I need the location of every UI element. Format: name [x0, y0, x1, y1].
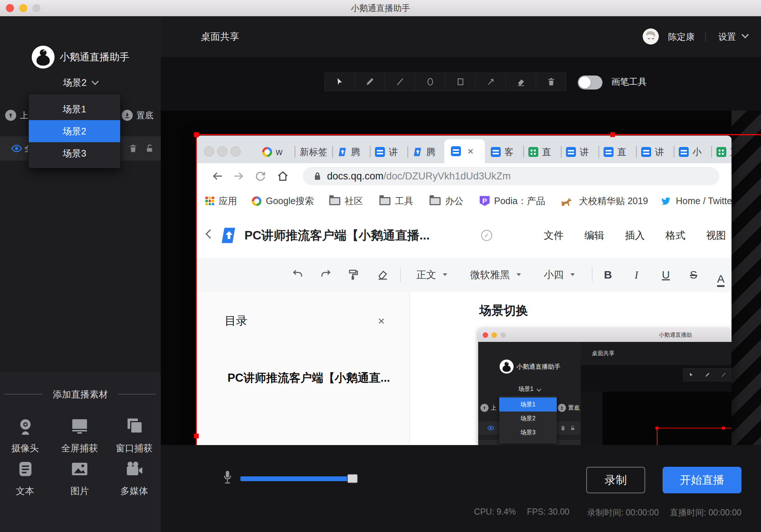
bookmark-community[interactable]: 社区	[329, 189, 363, 213]
multimedia-icon[interactable]	[125, 461, 143, 477]
pen-tool-button[interactable]	[355, 73, 385, 91]
bold-button[interactable]: B	[604, 258, 612, 291]
ellipse-tool-button[interactable]	[415, 73, 445, 91]
browser-tab[interactable]: 讲	[563, 141, 599, 163]
menu-insert[interactable]: 插入	[625, 214, 645, 257]
selection-top-border[interactable]	[196, 134, 761, 135]
bookmark-apps[interactable]: 应用	[205, 189, 237, 213]
green-sheet-icon	[716, 147, 726, 157]
home-icon[interactable]	[276, 169, 289, 183]
strikethrough-button[interactable]: S	[690, 258, 697, 291]
clear-trash-tool-button[interactable]	[536, 73, 566, 91]
scene-dropdown-item-2-selected[interactable]: 场景2	[29, 120, 120, 142]
font-size-select[interactable]: 小四	[544, 258, 575, 291]
material-camera-label[interactable]: 摄像头	[3, 442, 47, 454]
forward-icon[interactable]	[232, 169, 245, 183]
close-tab-icon[interactable]: ×	[468, 146, 473, 157]
back-icon[interactable]	[211, 169, 224, 183]
move-to-bottom-button[interactable]: 置底	[122, 107, 153, 124]
browser-tab[interactable]: 客	[488, 141, 524, 163]
underline-button[interactable]: U	[662, 258, 670, 291]
menu-view[interactable]: 视图	[706, 214, 726, 257]
brush-tool-toggle[interactable]	[578, 76, 602, 90]
settings-button[interactable]: 设置	[718, 16, 736, 57]
user-name[interactable]: 陈定康	[668, 16, 695, 57]
clear-format-eraser-icon[interactable]	[376, 268, 389, 281]
close-outline-icon[interactable]: ×	[378, 314, 385, 328]
paragraph-style-select[interactable]: 正文	[416, 258, 447, 291]
material-text-label[interactable]: 文本	[3, 485, 47, 497]
browser-tab[interactable]: 直	[601, 141, 637, 163]
apps-grid-icon	[205, 197, 214, 206]
settings-chevron-down-icon[interactable]	[741, 31, 749, 38]
eraser-tool-button[interactable]	[506, 73, 536, 91]
webcam-icon[interactable]	[17, 417, 34, 435]
outline-item[interactable]: PC讲师推流客户端【小鹅通直...	[227, 370, 393, 386]
line-tool-button[interactable]	[385, 73, 415, 91]
macos-titlebar: 小鹅通直播助手	[0, 0, 761, 17]
scene-dropdown-item-3[interactable]: 场景3	[29, 142, 120, 164]
selection-left-border[interactable]	[196, 134, 197, 445]
close-traffic-light-icon[interactable]	[6, 4, 14, 12]
start-live-button[interactable]: 开始直播	[663, 467, 741, 493]
fullscreen-capture-icon[interactable]	[71, 418, 88, 435]
mic-volume-knob[interactable]	[347, 474, 358, 483]
record-button[interactable]: 录制	[586, 467, 645, 493]
redo-icon[interactable]	[319, 268, 332, 281]
bookmark-dog-forum[interactable]: 犬校精华贴 2019	[560, 189, 648, 213]
avatar[interactable]	[643, 28, 659, 45]
microphone-icon[interactable]	[221, 470, 234, 485]
undo-icon[interactable]	[292, 268, 304, 281]
delete-trash-icon[interactable]	[128, 144, 138, 153]
cpu-stat: CPU: 9.4%	[474, 507, 516, 518]
back-chevron-icon[interactable]	[205, 229, 215, 238]
material-fullscreen-label[interactable]: 全屏捕获	[58, 442, 102, 454]
browser-tab[interactable]: 小	[676, 141, 712, 163]
bookmark-google[interactable]: Google搜索	[252, 189, 314, 213]
cursor-tool-button[interactable]	[324, 73, 355, 91]
browser-tab[interactable]: 直	[713, 141, 732, 163]
browser-tab[interactable]: 讲	[372, 141, 408, 163]
browser-tab[interactable]: 讲	[638, 141, 674, 163]
url-bar[interactable]: docs.qq.com/doc/DZURyVkh1dUd3UkZm	[303, 167, 719, 185]
material-image-label[interactable]: 图片	[58, 485, 102, 497]
move-up-label: 上	[20, 110, 28, 121]
menu-file[interactable]: 文件	[544, 214, 564, 257]
bookmark-office[interactable]: 办公	[430, 189, 463, 213]
selection-left-handle[interactable]	[194, 434, 199, 438]
visibility-eye-icon[interactable]	[10, 143, 23, 154]
bookmark-tools[interactable]: 工具	[379, 189, 413, 213]
selection-corner-handle[interactable]	[194, 132, 199, 137]
format-painter-icon[interactable]	[347, 268, 359, 281]
text-icon[interactable]	[17, 461, 34, 477]
material-window-label[interactable]: 窗口捕获	[112, 442, 156, 454]
scene-selector[interactable]: 场景2	[0, 72, 161, 93]
browser-tab[interactable]: 新标签	[297, 141, 333, 163]
arrow-up-circle-icon	[5, 110, 16, 121]
material-media-label[interactable]: 多媒体	[112, 485, 156, 497]
menu-edit[interactable]: 编辑	[584, 214, 604, 257]
annotation-toolbar: 画笔工具	[161, 57, 761, 111]
font-color-button[interactable]: A	[717, 263, 724, 287]
window-capture-icon[interactable]	[125, 417, 143, 435]
bookmark-podia[interactable]: PPodia：产品	[480, 189, 545, 213]
browser-tab[interactable]: 直	[525, 141, 562, 163]
move-up-button[interactable]: 上	[5, 107, 28, 124]
bookmark-twitter[interactable]: Home / Twitte	[660, 189, 732, 213]
reload-icon[interactable]	[254, 169, 267, 183]
menu-format[interactable]: 格式	[666, 214, 685, 257]
scene-dropdown-item-1[interactable]: 场景1	[29, 98, 120, 120]
browser-tab-active[interactable]: ×	[444, 139, 485, 163]
browser-tab[interactable]: 腾	[410, 141, 446, 163]
arrow-tool-button[interactable]	[476, 73, 506, 91]
selection-top-handle[interactable]	[610, 132, 615, 137]
image-icon[interactable]	[71, 462, 88, 476]
minimize-traffic-light-icon[interactable]	[19, 4, 27, 12]
browser-tab[interactable]: 腾	[334, 141, 371, 163]
mic-volume-slider[interactable]	[240, 476, 348, 481]
lock-open-icon[interactable]	[145, 144, 154, 153]
italic-button[interactable]: I	[635, 258, 638, 291]
font-family-select[interactable]: 微软雅黑	[470, 258, 521, 291]
browser-tab[interactable]: w	[259, 141, 295, 163]
rectangle-tool-button[interactable]	[445, 73, 476, 91]
